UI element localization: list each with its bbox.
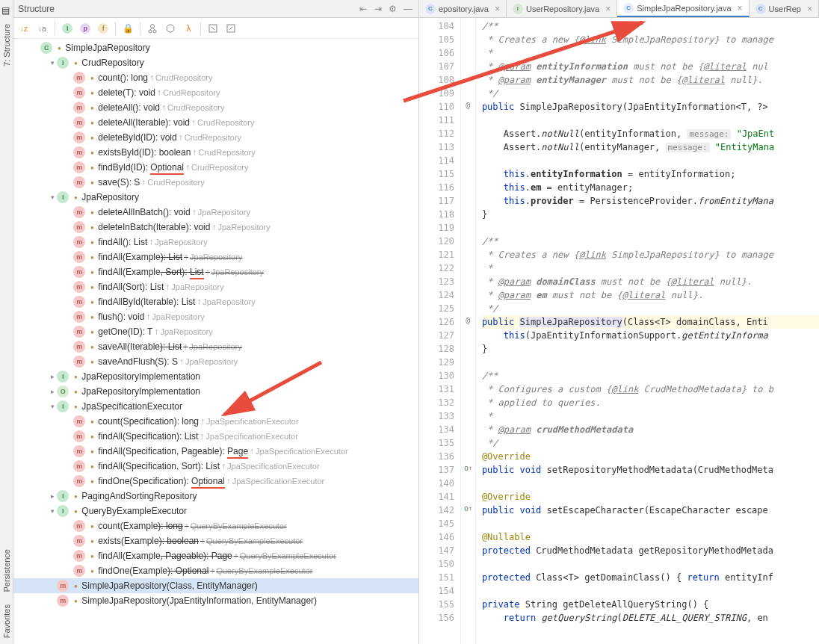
tree-item[interactable]: m●findById(ID): Optional ↑CrudRepository bbox=[13, 160, 418, 175]
tree-item[interactable]: m●exists(Example): boolean ↑QueryByExamp… bbox=[13, 533, 418, 548]
lock-icon: ● bbox=[72, 59, 79, 66]
tree-item[interactable]: m●findOne(Example): Optional ↑QueryByExa… bbox=[13, 563, 418, 578]
lock-icon: ● bbox=[88, 164, 96, 171]
tree-item[interactable]: m●findAll(): List ↑JpaRepository bbox=[13, 235, 418, 250]
tree-item[interactable]: m●delete(T): void ↑CrudRepository bbox=[13, 85, 418, 100]
editor-tab[interactable]: Cepository.java× bbox=[419, 0, 507, 17]
tree-item[interactable]: m●SimpleJpaRepository(Class, EntityManag… bbox=[13, 578, 418, 593]
method-icon: m bbox=[73, 535, 85, 547]
tree-item[interactable]: m●deleteAll(Iterable): void ↑CrudReposit… bbox=[13, 115, 418, 130]
method-icon: m bbox=[73, 87, 85, 99]
lock-icon: ● bbox=[88, 238, 96, 246]
lock-icon: ● bbox=[88, 477, 96, 485]
lambda-icon[interactable]: λ bbox=[180, 20, 197, 37]
tree-item[interactable]: m●findAll(Specification, Pageable): Page… bbox=[13, 444, 418, 459]
tree-item[interactable]: m●save(S): S ↑CrudRepository bbox=[13, 175, 418, 190]
field-filter-icon[interactable]: f bbox=[95, 20, 111, 37]
method-icon: m bbox=[73, 311, 85, 323]
structure-tool-tab[interactable]: 7: Structure bbox=[1, 18, 13, 72]
tree-item[interactable]: m●deleteInBatch(Iterable): void ↑JpaRepo… bbox=[13, 220, 418, 235]
property-filter-icon[interactable]: p bbox=[77, 20, 93, 37]
gear-icon[interactable]: ⚙ bbox=[387, 3, 399, 15]
tree-item[interactable]: ▸I●PagingAndSortingRepository bbox=[13, 489, 418, 504]
navigate-prev-icon[interactable]: ⇤ bbox=[357, 3, 369, 15]
tree-item[interactable]: m●deleteAllInBatch(): void ↑JpaRepositor… bbox=[13, 205, 418, 220]
tree-item[interactable]: m●count(Example): long ↑QueryByExampleEx… bbox=[13, 518, 418, 533]
tree-item[interactable]: ▸I●JpaRepositoryImplementation bbox=[13, 369, 418, 384]
tree-item[interactable]: C●SimpleJpaRepository bbox=[13, 40, 418, 55]
tree-item[interactable]: m●deleteAll(): void ↑CrudRepository bbox=[13, 100, 418, 115]
tree-item[interactable]: ▾I●QueryByExampleExecutor bbox=[13, 504, 418, 518]
tree-item[interactable]: m●findAll(Specification): List ↑JpaSpeci… bbox=[13, 429, 418, 444]
tree-item[interactable]: m●flush(): void ↑JpaRepository bbox=[13, 309, 418, 324]
tree-item[interactable]: m●findOne(Specification): Optional ↑JpaS… bbox=[13, 474, 418, 489]
tree-item[interactable]: ▾I●JpaRepository bbox=[13, 190, 418, 205]
method-icon: m bbox=[73, 520, 85, 532]
tree-item[interactable]: m●existsById(ID): boolean ↑CrudRepositor… bbox=[13, 145, 418, 160]
tree-item[interactable]: m●findAll(Example): List ↑JpaRepository bbox=[13, 250, 418, 264]
tree-item[interactable]: m●findAll(Sort): List ↑JpaRepository bbox=[13, 279, 418, 294]
interface-icon: I bbox=[57, 400, 69, 412]
tree-item[interactable]: m●count(Specification): long ↑JpaSpecifi… bbox=[13, 414, 418, 429]
navigate-next-icon[interactable]: ⇥ bbox=[372, 3, 384, 15]
lock-icon: ● bbox=[88, 268, 96, 276]
file-icon: I bbox=[513, 4, 523, 14]
method-icon: m bbox=[73, 460, 85, 472]
tree-item[interactable]: m●deleteById(ID): void ↑CrudRepository bbox=[13, 130, 418, 145]
tree-item[interactable]: ▾I●JpaSpecificationExecutor bbox=[13, 399, 418, 414]
tree-item[interactable]: m●findAllById(Iterable): List ↑JpaReposi… bbox=[13, 294, 418, 309]
close-icon[interactable]: × bbox=[807, 4, 812, 14]
tree-item[interactable]: m●SimpleJpaRepository(JpaEntityInformati… bbox=[13, 593, 418, 608]
lock-icon: ● bbox=[88, 119, 96, 126]
tree-item[interactable]: m●findAll(Specification, Sort): List ↑Jp… bbox=[13, 459, 418, 474]
lock-icon[interactable]: 🔒 bbox=[120, 20, 136, 37]
editor-tab[interactable]: CUserRep× bbox=[750, 0, 819, 17]
editor-tab[interactable]: IUserRepository.java× bbox=[507, 0, 617, 17]
lock-icon: ● bbox=[88, 208, 96, 216]
method-icon: m bbox=[73, 475, 85, 487]
tree-item[interactable]: m●saveAndFlush(S): S ↑JpaRepository bbox=[13, 354, 418, 369]
code-editor[interactable]: 1041051061071081091101111121131141151161… bbox=[419, 18, 819, 644]
svg-text:↓z: ↓z bbox=[20, 25, 28, 33]
tree-item[interactable]: m●findAll(Example, Pageable): Page ↑Quer… bbox=[13, 548, 418, 563]
anonymous-icon[interactable] bbox=[162, 20, 179, 37]
lock-icon: ● bbox=[88, 74, 96, 81]
lock-icon: ● bbox=[88, 149, 96, 156]
close-icon[interactable]: × bbox=[738, 3, 743, 13]
tree-item[interactable]: m●saveAll(Iterable): List ↑JpaRepository bbox=[13, 339, 418, 354]
editor-panel: Cepository.java×IUserRepository.java×CSi… bbox=[419, 0, 819, 644]
close-icon[interactable]: × bbox=[495, 4, 500, 14]
tree-item[interactable]: m●findAll(Example, Sort): List ↑JpaRepos… bbox=[13, 264, 418, 279]
method-icon: m bbox=[73, 445, 85, 457]
autoscroll-to-icon[interactable] bbox=[205, 20, 221, 37]
sort-alpha-icon[interactable]: ↓z bbox=[16, 20, 33, 37]
sort-visibility-icon[interactable]: ↓a bbox=[34, 20, 51, 37]
class-filter-icon[interactable]: I bbox=[59, 20, 75, 37]
method-icon: m bbox=[73, 341, 85, 353]
tree-item[interactable]: ▾I●CrudRepository bbox=[13, 55, 418, 70]
tree-item[interactable]: m●count(): long ↑CrudRepository bbox=[13, 70, 418, 85]
method-icon: m bbox=[73, 266, 85, 278]
favorites-tool-tab[interactable]: Favorites bbox=[1, 598, 13, 644]
interface-icon: I bbox=[57, 371, 69, 383]
lock-icon: ● bbox=[88, 134, 96, 141]
structure-tree[interactable]: C●SimpleJpaRepository▾I●CrudRepositorym●… bbox=[13, 39, 418, 644]
autoscroll-from-icon[interactable] bbox=[223, 20, 239, 37]
method-icon: m bbox=[73, 236, 85, 248]
lock-icon: ● bbox=[88, 462, 96, 470]
lock-icon: ● bbox=[88, 223, 96, 231]
svg-point-3 bbox=[149, 30, 152, 33]
close-icon[interactable]: × bbox=[605, 4, 611, 14]
method-icon: m bbox=[73, 356, 85, 368]
editor-tab[interactable]: CSimpleJpaRepository.java× bbox=[617, 0, 749, 17]
interface-icon: I bbox=[57, 505, 69, 517]
lock-icon: ● bbox=[88, 552, 96, 560]
minimize-icon[interactable]: — bbox=[402, 3, 414, 15]
tree-item[interactable]: ▸O●JpaRepositoryImplementation bbox=[13, 384, 418, 399]
project-tool-icon[interactable]: ▤ bbox=[1, 5, 12, 16]
tree-item[interactable]: m●getOne(ID): T ↑JpaRepository bbox=[13, 324, 418, 339]
lock-icon: ● bbox=[88, 448, 96, 455]
inherited-icon[interactable] bbox=[144, 20, 161, 37]
persistence-tool-tab[interactable]: Persistence bbox=[1, 543, 13, 598]
code-area[interactable]: /** * Creates a new {@link SimpleJpaRepo… bbox=[476, 18, 819, 644]
